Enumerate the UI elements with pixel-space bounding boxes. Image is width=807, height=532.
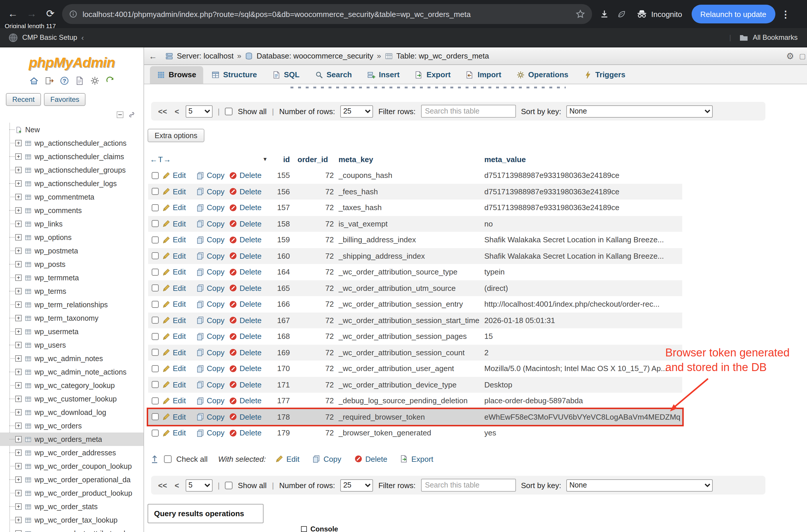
collapse-all-icon[interactable] [116,111,124,118]
sidebar-item-wp_wc_order_tax_lookup[interactable]: +wp_wc_order_tax_lookup [0,513,144,527]
expand-icon[interactable]: + [15,315,22,321]
panel-toggle-icon[interactable]: ▢ [799,52,806,60]
sidebar-item-wp_postmeta[interactable]: +wp_postmeta [0,244,144,258]
help-icon[interactable]: ? [59,76,69,86]
sidebar-item-wp_actionscheduler_groups[interactable]: +wp_actionscheduler_groups [0,163,144,177]
sidebar-item-wp_termmeta[interactable]: +wp_termmeta [0,271,144,284]
expand-icon[interactable]: + [15,194,22,200]
tab-import[interactable]: Import [459,66,508,84]
expand-icon[interactable]: + [15,342,22,348]
sidebar-item-wp_term_relationships[interactable]: +wp_term_relationships [0,298,144,311]
expand-icon[interactable]: + [15,234,22,241]
tab-sql[interactable]: SQL [265,66,307,84]
row-checkbox[interactable] [152,236,159,244]
delete-link[interactable]: Delete [229,364,268,373]
expand-icon[interactable]: + [15,463,22,469]
sidebar-item-wp_actionscheduler_actions[interactable]: +wp_actionscheduler_actions [0,136,144,150]
favorites-tab[interactable]: Favorites [44,93,86,106]
tab-structure[interactable]: Structure [204,66,264,84]
copy-link[interactable]: Copy [196,252,229,261]
expand-icon[interactable]: + [15,274,22,281]
bulk-copy-link[interactable]: Copy [312,454,342,463]
rows-select-top[interactable]: 25 [340,105,373,117]
delete-link[interactable]: Delete [229,235,268,244]
breadcrumb-table[interactable]: Table: wp_wc_orders_meta [396,52,489,60]
docs-icon[interactable] [75,76,84,86]
bulk-export-link[interactable]: Export [400,454,433,463]
expand-icon[interactable]: + [15,355,22,362]
all-bookmarks-folder-icon[interactable] [739,33,749,42]
edit-link[interactable]: Edit [162,348,196,357]
tab-triggers[interactable]: Triggers [576,66,632,84]
forward-icon[interactable]: → [22,5,41,23]
expand-icon[interactable]: + [15,503,22,510]
page-info-icon[interactable] [69,10,77,18]
edit-link[interactable]: Edit [162,284,196,292]
extension-icon[interactable] [617,10,626,19]
copy-link[interactable]: Copy [196,332,229,341]
sidebar-item-wp_wc_order_addresses[interactable]: +wp_wc_order_addresses [0,446,144,459]
all-bookmarks-button[interactable]: All Bookmarks [753,33,797,41]
breadcrumb-server[interactable]: Server: localhost [177,52,234,60]
column-header-order-id[interactable]: order_id [290,155,334,164]
console-bar[interactable]: Console [301,525,338,532]
copy-link[interactable]: Copy [196,413,229,421]
prev-page-button-bottom[interactable]: < [173,481,180,490]
edit-link[interactable]: Edit [162,235,196,244]
sidebar-item-wp_comments[interactable]: +wp_comments [0,204,144,217]
delete-link[interactable]: Delete [229,187,268,196]
tab-browse[interactable]: Browse [150,66,203,84]
sidebar-item-wp_users[interactable]: +wp_users [0,338,144,352]
copy-link[interactable]: Copy [196,316,229,325]
copy-link[interactable]: Copy [196,268,229,277]
delete-link[interactable]: Delete [229,203,268,212]
copy-link[interactable]: Copy [196,203,229,212]
bulk-edit-link[interactable]: Edit [275,454,299,463]
filter-input-bottom[interactable] [421,479,516,492]
sidebar-item-wp_wc_download_log[interactable]: +wp_wc_download_log [0,405,144,419]
column-header-id[interactable]: id [268,155,290,164]
delete-link[interactable]: Delete [229,316,268,325]
row-checkbox[interactable] [152,252,159,260]
breadcrumb-database[interactable]: Database: woocommerce_security [257,52,373,60]
recent-tab[interactable]: Recent [6,93,41,106]
home-icon[interactable] [29,76,38,86]
expand-icon[interactable]: + [15,328,22,335]
expand-icon[interactable]: + [15,490,22,496]
edit-link[interactable]: Edit [162,380,196,389]
expand-icon[interactable]: + [15,140,22,146]
expand-icon[interactable]: + [15,288,22,294]
sort-select-top[interactable]: None [567,105,713,117]
edit-link[interactable]: Edit [162,203,196,212]
expand-icon[interactable]: + [15,396,22,402]
expand-icon[interactable]: + [15,248,22,254]
download-icon[interactable] [600,10,609,19]
expand-icon[interactable]: + [15,369,22,375]
sidebar-item-wp_wc_order_operational_da[interactable]: +wp_wc_order_operational_da [0,473,144,486]
delete-link[interactable]: Delete [229,284,268,292]
url-bar[interactable]: localhost:4001/phpmyadmin/index.php?rout… [62,4,592,24]
expand-icon[interactable]: + [15,517,22,523]
tab-export[interactable]: Export [408,66,458,84]
edit-link[interactable]: Edit [162,300,196,309]
edit-link[interactable]: Edit [162,268,196,277]
delete-link[interactable]: Delete [229,220,268,228]
delete-link[interactable]: Delete [229,413,268,421]
sidebar-item-wp_actionscheduler_claims[interactable]: +wp_actionscheduler_claims [0,150,144,163]
row-checkbox[interactable] [152,381,159,388]
expand-icon[interactable]: + [15,261,22,267]
row-checkbox[interactable] [152,301,159,308]
expand-icon[interactable]: + [15,301,22,308]
sidebar-item-wp_wc_orders_meta[interactable]: +wp_wc_orders_meta [0,433,144,446]
column-arrows-icon[interactable]: ←T→ [150,155,171,164]
show-all-checkbox-bottom[interactable] [225,481,233,489]
copy-link[interactable]: Copy [196,429,229,437]
browser-menu-icon[interactable]: ⋮ [781,8,790,20]
sidebar-item-wp_wc_admin_notes[interactable]: +wp_wc_admin_notes [0,352,144,365]
relaunch-button[interactable]: Relaunch to update [692,5,775,23]
tab-operations[interactable]: Operations [510,66,575,84]
sidebar-item-wp_term_taxonomy[interactable]: +wp_term_taxonomy [0,311,144,325]
sidebar-item-wp_commentmeta[interactable]: +wp_commentmeta [0,190,144,204]
sidebar-item-wp_options[interactable]: +wp_options [0,231,144,244]
page-select-top[interactable]: 5 [186,105,213,117]
